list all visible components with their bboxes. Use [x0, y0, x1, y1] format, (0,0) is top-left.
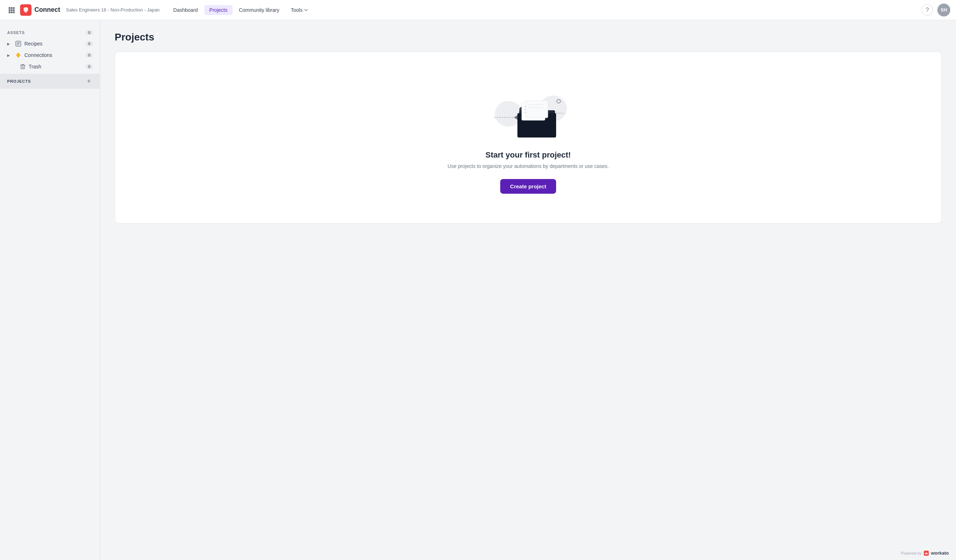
workato-label: workato — [931, 551, 949, 556]
connections-label: Connections — [24, 52, 83, 58]
svg-rect-0 — [9, 7, 10, 9]
chevron-right-icon-2: ▶ — [7, 53, 12, 57]
nav-dashboard[interactable]: Dashboard — [168, 5, 203, 15]
help-button[interactable]: ? — [921, 4, 933, 16]
trash-label: Trash — [29, 64, 83, 69]
empty-state-desc: Use projects to organize your automation… — [448, 163, 609, 169]
connections-icon — [15, 52, 22, 58]
projects-section-header[interactable]: PROJECTS + — [0, 74, 100, 89]
workato-logo-icon — [924, 551, 929, 556]
nav-tools[interactable]: Tools — [286, 5, 313, 15]
chevron-right-icon: ▶ — [7, 42, 12, 46]
main-layout: ASSETS 0 ▶ Recipes 0 ▶ — [0, 20, 956, 560]
nav-community-library[interactable]: Community library — [234, 5, 285, 15]
recipes-icon — [15, 41, 22, 47]
add-project-button[interactable]: + — [85, 77, 93, 85]
svg-rect-1 — [11, 7, 13, 9]
page-title: Projects — [115, 31, 942, 43]
svg-rect-3 — [9, 9, 10, 11]
sidebar-item-connections[interactable]: ▶ Connections 0 — [0, 49, 100, 61]
nav-links: Dashboard Projects Community library Too… — [168, 5, 919, 15]
recipes-label: Recipes — [24, 41, 83, 47]
grid-menu-icon[interactable] — [6, 4, 17, 16]
powered-by-footer: Powered by workato — [901, 551, 949, 556]
top-navigation: Connect Sales Engineers 16 - Non-Product… — [0, 0, 956, 20]
powered-by-label: Powered by — [901, 551, 921, 555]
projects-title: PROJECTS — [7, 79, 31, 83]
recipes-count: 0 — [86, 41, 93, 46]
empty-state-title: Start your first project! — [486, 151, 571, 160]
svg-rect-4 — [11, 9, 13, 11]
trash-icon — [19, 64, 26, 69]
create-project-button[interactable]: Create project — [500, 179, 557, 194]
trash-count: 0 — [86, 64, 93, 69]
assets-section-header: ASSETS 0 — [0, 27, 100, 38]
main-content: Projects — [100, 20, 956, 560]
sidebar-item-trash[interactable]: Trash 0 — [0, 61, 100, 72]
topnav-right: ? SH — [921, 3, 950, 16]
sidebar: ASSETS 0 ▶ Recipes 0 ▶ — [0, 20, 100, 560]
svg-rect-7 — [11, 11, 13, 13]
empty-state-card: Start your first project! Use projects t… — [115, 52, 942, 223]
svg-rect-6 — [9, 11, 10, 13]
chevron-down-icon — [304, 8, 308, 12]
connections-count: 0 — [86, 53, 93, 58]
user-avatar[interactable]: SH — [937, 3, 950, 16]
svg-rect-27 — [526, 100, 548, 118]
assets-count: 0 — [86, 30, 93, 35]
environment-label: Sales Engineers 16 - Non-Production - Ja… — [66, 7, 160, 13]
svg-rect-2 — [13, 7, 15, 9]
assets-title: ASSETS — [7, 30, 25, 35]
svg-rect-5 — [13, 9, 15, 11]
sidebar-item-recipes[interactable]: ▶ Recipes 0 — [0, 38, 100, 49]
empty-state-illustration — [478, 82, 578, 139]
nav-projects[interactable]: Projects — [204, 5, 233, 15]
svg-rect-8 — [13, 11, 15, 13]
app-name: Connect — [35, 6, 60, 14]
app-logo[interactable]: Connect — [20, 4, 60, 16]
